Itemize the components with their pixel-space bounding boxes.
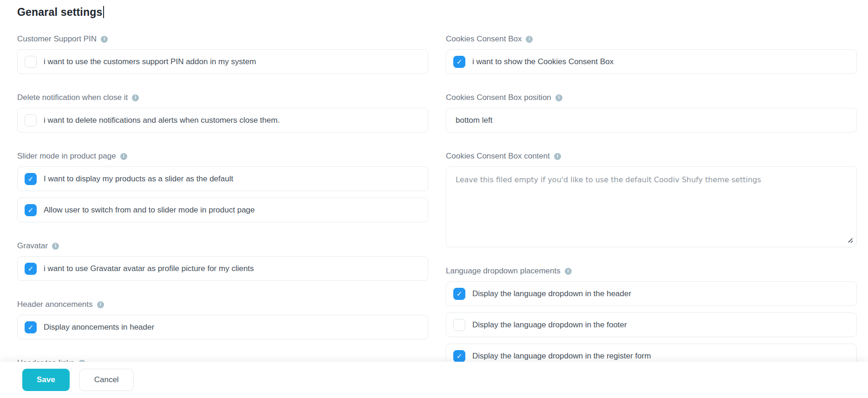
left-column: Customer Support PIN i ✓ i want to use t… xyxy=(17,34,428,387)
page-title-text: Genaral settings xyxy=(17,6,102,18)
checkbox-row[interactable]: ✓ I want to display my products as a sli… xyxy=(17,166,428,191)
field-group-cookies-position: Cookies Consent Box position i bottom le… xyxy=(446,93,857,133)
field-label: Cookies Consent Box position xyxy=(446,93,551,102)
text-cursor xyxy=(103,6,104,18)
field-label-row: Cookies Consent Box content i xyxy=(446,151,857,161)
info-icon-glyph: i xyxy=(529,37,530,41)
info-icon[interactable]: i xyxy=(101,36,108,43)
field-label-row: Cookies Consent Box position i xyxy=(446,93,857,103)
info-icon[interactable]: i xyxy=(52,243,59,250)
cookies-content-textarea[interactable] xyxy=(446,166,857,247)
checkbox[interactable]: ✓ xyxy=(25,263,37,275)
field-label: Gravatar xyxy=(17,241,48,251)
info-icon[interactable]: i xyxy=(120,153,127,160)
page-title[interactable]: Genaral settings xyxy=(17,6,857,19)
info-icon-glyph: i xyxy=(558,95,560,100)
checkbox-label: i want to use the customers support PIN … xyxy=(44,57,256,66)
field-label: Cookies Consent Box xyxy=(446,34,522,44)
field-label: Header anoncements xyxy=(17,300,93,309)
cookies-position-select[interactable]: bottom left xyxy=(446,108,857,133)
field-label-row: Header anoncements i xyxy=(17,299,428,310)
info-icon-glyph: i xyxy=(104,37,105,41)
checkbox-label: Display the language dropdown in the foo… xyxy=(472,320,627,330)
settings-columns: Customer Support PIN i ✓ i want to use t… xyxy=(17,34,857,387)
checkbox[interactable]: ✓ xyxy=(453,56,465,68)
field-group-slider-mode: Slider mode in product page i ✓ I want t… xyxy=(17,151,428,222)
checkbox-label: Display the language dropdown in the hea… xyxy=(472,289,631,298)
checkbox[interactable]: ✓ xyxy=(453,350,465,362)
checkbox-label: Display anoncements in header xyxy=(44,323,154,332)
checkbox-row[interactable]: ✓ Display the language dropdown in the h… xyxy=(446,281,857,306)
info-icon[interactable]: i xyxy=(554,153,561,160)
checkbox-label: Allow user to switch from and to slider … xyxy=(44,206,255,215)
info-icon-glyph: i xyxy=(568,269,569,273)
checkbox[interactable]: ✓ xyxy=(25,56,37,68)
checkmark-icon: ✓ xyxy=(457,58,463,65)
checkbox[interactable]: ✓ xyxy=(25,321,37,333)
field-label-row: Cookies Consent Box i xyxy=(446,34,857,44)
checkbox-label: Display the language dropdown in the reg… xyxy=(472,352,651,361)
checkmark-icon: ✓ xyxy=(457,352,463,359)
cookies-content-wrap xyxy=(446,166,857,247)
field-label: Customer Support PIN xyxy=(17,34,97,44)
checkmark-icon: ✓ xyxy=(28,175,34,182)
checkbox-row[interactable]: ✓ i want to delete notifications and ale… xyxy=(17,108,428,133)
field-label-row: Customer Support PIN i xyxy=(17,34,428,44)
checkbox-row[interactable]: ✓ i want to use the customers support PI… xyxy=(17,49,428,74)
info-icon-glyph: i xyxy=(100,302,101,307)
field-label-row: Language dropdown placements i xyxy=(446,266,857,276)
info-icon-glyph: i xyxy=(55,244,56,248)
checkmark-icon: ✓ xyxy=(28,265,34,272)
info-icon[interactable]: i xyxy=(97,301,104,308)
info-icon-glyph: i xyxy=(135,95,136,100)
checkmark-icon: ✓ xyxy=(457,290,463,297)
checkbox[interactable]: ✓ xyxy=(25,114,37,126)
info-icon[interactable]: i xyxy=(526,36,533,43)
info-icon[interactable]: i xyxy=(565,268,572,275)
field-label-row: Slider mode in product page i xyxy=(17,151,428,161)
checkmark-icon: ✓ xyxy=(28,324,34,331)
checkbox-row[interactable]: ✓ Allow user to switch from and to slide… xyxy=(17,198,428,222)
checkbox-row[interactable]: ✓ i want to show the Cookies Consent Box xyxy=(446,49,857,74)
field-group-language-dropdown: Language dropdown placements i ✓ Display… xyxy=(446,266,857,368)
checkbox-row[interactable]: ✓ i want to use Gravatar avatar as profi… xyxy=(17,256,428,281)
info-icon[interactable]: i xyxy=(132,94,139,101)
field-label: Language dropdown placements xyxy=(446,266,561,276)
checkbox[interactable]: ✓ xyxy=(25,204,37,216)
checkbox-label: i want to delete notifications and alert… xyxy=(44,116,280,125)
checkbox-label: i want to use Gravatar avatar as profile… xyxy=(44,264,254,273)
info-icon[interactable]: i xyxy=(555,94,562,101)
field-label-row: Gravatar i xyxy=(17,241,428,251)
field-group-cookies-content: Cookies Consent Box content i xyxy=(446,151,857,247)
field-group-cookies-consent-box: Cookies Consent Box i ✓ i want to show t… xyxy=(446,34,857,74)
info-icon-glyph: i xyxy=(557,154,558,159)
field-label: Slider mode in product page xyxy=(17,152,116,161)
settings-page: Genaral settings Customer Support PIN i … xyxy=(0,0,868,398)
info-icon-glyph: i xyxy=(123,154,124,159)
checkmark-icon: ✓ xyxy=(28,206,34,213)
field-label: Cookies Consent Box content xyxy=(446,152,550,161)
checkbox[interactable]: ✓ xyxy=(453,288,465,300)
checkbox-label: I want to display my products as a slide… xyxy=(44,174,233,184)
right-column: Cookies Consent Box i ✓ i want to show t… xyxy=(446,34,857,387)
resize-handle-icon[interactable] xyxy=(848,237,854,244)
checkbox[interactable]: ✓ xyxy=(453,319,465,331)
checkbox-label: i want to show the Cookies Consent Box xyxy=(472,57,613,66)
field-group-header-announcements: Header anoncements i ✓ Display anoncemen… xyxy=(17,299,428,339)
field-label-row: Delete notification when close it i xyxy=(17,93,428,103)
save-button[interactable]: Save xyxy=(22,369,70,391)
checkbox-row[interactable]: ✓ Display anoncements in header xyxy=(17,315,428,339)
field-label: Delete notification when close it xyxy=(17,93,128,102)
cancel-button[interactable]: Cancel xyxy=(79,369,134,391)
checkbox-row[interactable]: ✓ Display the language dropdown in the f… xyxy=(446,312,857,337)
field-group-delete-notification: Delete notification when close it i ✓ i … xyxy=(17,93,428,133)
field-group-gravatar: Gravatar i ✓ i want to use Gravatar avat… xyxy=(17,241,428,281)
field-group-customer-support-pin: Customer Support PIN i ✓ i want to use t… xyxy=(17,34,428,74)
checkbox[interactable]: ✓ xyxy=(25,173,37,185)
action-footer: Save Cancel xyxy=(0,362,868,398)
